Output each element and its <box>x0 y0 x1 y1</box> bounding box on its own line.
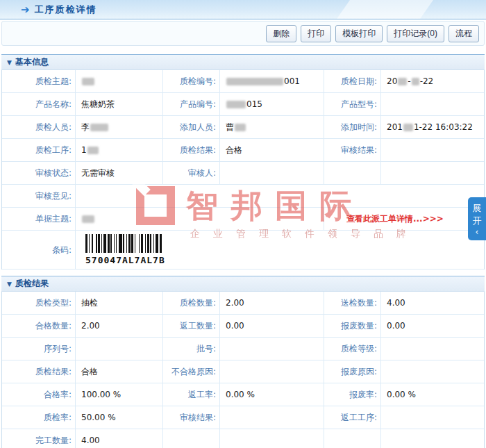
table-row: 完工数量: 4.00 <box>2 429 484 448</box>
field-value-qc-topic <box>76 70 163 93</box>
redacted-text <box>87 147 99 154</box>
chevron-left-icon: ‹ <box>468 227 486 237</box>
field-label-add-person: 添加人员: <box>163 116 220 139</box>
redacted-text <box>226 101 246 108</box>
field-value-rework-process <box>381 406 484 429</box>
empty-cell <box>381 162 484 185</box>
field-label-qc-grade: 质检等级: <box>324 338 381 360</box>
redacted-text <box>403 124 413 131</box>
field-value-qc-date: 20--22 <box>381 70 484 93</box>
template-print-button[interactable]: 模板打印 <box>335 25 383 42</box>
section-title-basic: 基本信息 <box>15 57 49 67</box>
flow-button[interactable]: 流程 <box>449 25 479 42</box>
field-value-qc-person: 李 <box>76 116 163 139</box>
field-label-audit-result2: 审核结果: <box>163 406 220 429</box>
redacted-text <box>398 78 407 85</box>
empty-cell <box>163 429 220 448</box>
field-value-scrap-reason <box>381 360 484 383</box>
field-label-barcode: 条码: <box>2 231 76 269</box>
field-value-rework-qty: 0.00 <box>220 315 324 338</box>
field-label-qc-person: 质检人员: <box>2 116 76 139</box>
field-value-qc-result2: 合格 <box>76 360 163 383</box>
delete-button[interactable]: 删除 <box>266 25 296 42</box>
field-label-scrap-rate: 报废率: <box>324 383 381 406</box>
print-button[interactable]: 打印 <box>301 25 331 42</box>
field-label-qc-no: 质检编号: <box>163 70 220 93</box>
view-work-order-link[interactable]: 查看此派工单详情...>>> <box>324 208 484 231</box>
barcode-text: 570047AL7AL7B <box>85 255 165 266</box>
table-row: 质检类型: 抽检 质检数量: 2.00 送检数量: 4.00 <box>2 292 484 315</box>
field-value-finish-qty: 4.00 <box>76 429 163 448</box>
field-label-rework-process: 返工工序: <box>324 406 381 429</box>
field-label-qc-qty: 质检数量: <box>163 292 220 315</box>
field-value-batch-no <box>220 338 324 360</box>
table-row: 产品名称: 焦糖奶茶 产品编号: 015 产品型号: <box>2 93 484 116</box>
barcode: 570047AL7AL7B <box>85 234 165 266</box>
field-label-product-no: 产品编号: <box>163 93 220 116</box>
field-value-qc-grade <box>381 338 484 360</box>
field-label-qc-process: 质检工序: <box>2 139 76 162</box>
field-label-sent-qty: 送检数量: <box>324 292 381 315</box>
redacted-text <box>226 78 283 85</box>
field-label-rework-rate: 返工率: <box>163 383 220 406</box>
field-value-qc-no: 001 <box>220 70 324 93</box>
field-value-auditor <box>220 162 324 185</box>
field-label-auditor: 审核人: <box>163 162 220 185</box>
field-label-qc-topic: 质检主题: <box>2 70 76 93</box>
field-label-audit-status: 审核状态: <box>2 162 76 185</box>
field-label-product-model: 产品型号: <box>324 93 381 116</box>
section-header-qc-result[interactable]: ▼质检结果 <box>1 276 485 292</box>
qc-result-table: 质检类型: 抽检 质检数量: 2.00 送检数量: 4.00 合格数量: 2.0… <box>1 292 485 448</box>
field-value-scrap-rate: 0.00 % <box>381 383 484 406</box>
table-row: 合格数量: 2.00 返工数量: 0.00 报废数量: 0.00 <box>2 315 484 338</box>
field-value-serial-no <box>76 338 163 360</box>
table-row: 序列号: 批号: 质检等级: <box>2 338 484 360</box>
empty-cell <box>324 429 381 448</box>
expand-panel-tab[interactable]: 展开 ‹ <box>468 197 486 240</box>
redacted-text <box>90 124 108 131</box>
section-header-basic-info[interactable]: ▼基本信息 <box>1 54 485 70</box>
field-value-audit-result2 <box>220 406 324 429</box>
field-value-pass-qty: 2.00 <box>76 315 163 338</box>
field-value-audit-result <box>381 139 484 162</box>
redacted-text <box>412 78 419 85</box>
field-label-scrap-qty: 报废数量: <box>324 315 381 338</box>
table-row: 条码: 570047AL7AL7B <box>2 231 484 269</box>
collapse-triangle-icon: ▼ <box>7 281 12 288</box>
empty-cell <box>381 429 484 448</box>
page-title: 工序质检详情 <box>35 3 97 16</box>
print-record-button[interactable]: 打印记录(0) <box>387 25 444 42</box>
field-label-rework-qty: 返工数量: <box>163 315 220 338</box>
title-arrow-icon: ➔ <box>21 3 30 16</box>
field-value-audit-opinion <box>76 185 484 208</box>
table-row: 质检结果: 合格 不合格原因: 报废原因: <box>2 360 484 383</box>
field-value-sent-qty: 4.00 <box>381 292 484 315</box>
field-label-qc-result2: 质检结果: <box>2 360 76 383</box>
basic-info-table: 质检主题: 质检编号: 001 质检日期: 20--22 产品名称: 焦糖奶茶 … <box>1 70 485 269</box>
field-value-product-model <box>381 93 484 116</box>
field-value-doc-topic <box>76 208 324 231</box>
field-value-qc-qty: 2.00 <box>220 292 324 315</box>
field-label-pass-qty: 合格数量: <box>2 315 76 338</box>
field-value-qc-rate: 50.00 % <box>76 406 163 429</box>
field-label-scrap-reason: 报废原因: <box>324 360 381 383</box>
expand-tab-label: 展开 <box>472 202 482 227</box>
field-value-qc-process: 1 <box>76 139 163 162</box>
redacted-text <box>82 215 94 223</box>
table-row: 合格率: 100.00 % 返工率: 0.00 % 报废率: 0.00 % <box>2 383 484 406</box>
field-label-product-name: 产品名称: <box>2 93 76 116</box>
field-value-qc-result: 合格 <box>220 139 324 162</box>
field-label-doc-topic: 单据主题: <box>2 208 76 231</box>
field-value-add-person: 曹 <box>220 116 324 139</box>
toolbar: 删除 打印 模板打印 打印记录(0) 流程 <box>1 21 485 46</box>
field-label-qc-result: 质检结果: <box>163 139 220 162</box>
collapse-triangle-icon: ▼ <box>7 59 12 66</box>
field-value-fail-reason <box>220 360 324 383</box>
field-label-fail-reason: 不合格原因: <box>163 360 220 383</box>
page-title-bar: ➔ 工序质检详情 <box>0 0 486 19</box>
redacted-text <box>82 78 94 85</box>
field-label-serial-no: 序列号: <box>2 338 76 360</box>
field-label-audit-result: 审核结果: <box>324 139 381 162</box>
field-value-rework-rate: 0.00 % <box>220 383 324 406</box>
field-value-product-no: 015 <box>220 93 324 116</box>
